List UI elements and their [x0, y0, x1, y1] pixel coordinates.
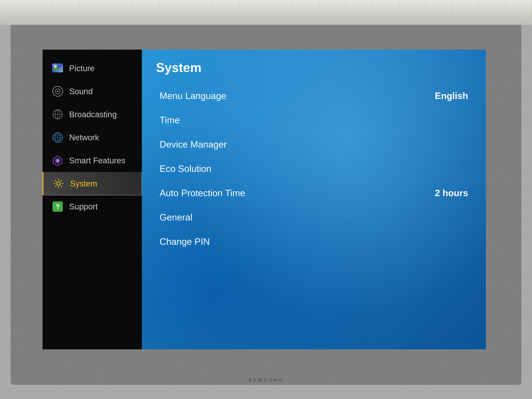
menu-language-value: English — [435, 90, 468, 101]
sidebar: Picture Sound — [43, 50, 142, 349]
menu-item-eco-solution[interactable]: Eco Solution — [156, 157, 472, 181]
panel-title: System — [156, 60, 472, 75]
auto-protection-time-value: 2 hours — [435, 188, 468, 198]
sidebar-item-system[interactable]: System — [43, 172, 142, 195]
sidebar-label-support: Support — [69, 202, 98, 211]
svg-line-25 — [55, 180, 56, 181]
tv-screen: Picture Sound — [11, 14, 521, 385]
support-icon: ? — [51, 200, 64, 213]
sidebar-label-broadcasting: Broadcasting — [69, 110, 117, 119]
system-menu-items: Menu Language English Time Device Manage… — [156, 84, 472, 339]
main-panel: System Menu Language English Time Devi — [142, 50, 486, 349]
menu-language-label: Menu Language — [160, 90, 226, 101]
smart-features-icon — [51, 154, 64, 167]
sidebar-item-support[interactable]: ? Support — [43, 195, 142, 218]
sidebar-label-smart-features: Smart Features — [69, 156, 125, 165]
menu-item-change-pin[interactable]: Change PIN — [156, 229, 472, 253]
sidebar-label-network: Network — [69, 133, 99, 142]
svg-line-26 — [61, 186, 62, 187]
sidebar-label-picture: Picture — [69, 63, 95, 73]
window-blinds — [0, 0, 532, 21]
sidebar-label-system: System — [70, 179, 97, 188]
svg-point-7 — [57, 90, 58, 92]
system-icon — [52, 177, 65, 190]
menu-item-auto-protection-time[interactable]: Auto Protection Time 2 hours — [156, 181, 472, 205]
svg-text:?: ? — [56, 203, 60, 210]
auto-protection-time-label: Auto Protection Time — [160, 188, 245, 198]
sidebar-item-network[interactable]: Network — [43, 126, 142, 149]
broadcasting-icon — [51, 108, 64, 120]
sidebar-item-sound[interactable]: Sound — [43, 80, 142, 103]
sidebar-item-smart-features[interactable]: Smart Features — [43, 149, 142, 172]
svg-point-20 — [57, 182, 60, 185]
tv-frame: Picture Sound — [11, 14, 521, 385]
svg-line-27 — [61, 180, 62, 181]
sound-icon — [51, 85, 64, 98]
time-label: Time — [160, 115, 180, 125]
svg-rect-2 — [52, 63, 63, 72]
menu-item-general[interactable]: General — [156, 205, 472, 229]
network-icon — [51, 131, 64, 144]
sidebar-label-sound: Sound — [69, 87, 93, 96]
sidebar-item-picture[interactable]: Picture — [43, 57, 142, 80]
menu-item-time[interactable]: Time — [156, 108, 472, 132]
device-manager-label: Device Manager — [160, 139, 227, 150]
picture-icon — [51, 62, 64, 75]
sidebar-item-broadcasting[interactable]: Broadcasting — [43, 103, 142, 126]
menu-item-device-manager[interactable]: Device Manager — [156, 132, 472, 157]
change-pin-label: Change PIN — [160, 236, 210, 247]
svg-line-28 — [55, 186, 56, 187]
general-label: General — [160, 212, 192, 222]
menu-item-menu-language[interactable]: Menu Language English — [156, 84, 472, 108]
menu-container: Picture Sound — [43, 50, 486, 349]
tv-brand-label: SAMSUNG — [248, 377, 284, 383]
eco-solution-label: Eco Solution — [160, 163, 211, 174]
